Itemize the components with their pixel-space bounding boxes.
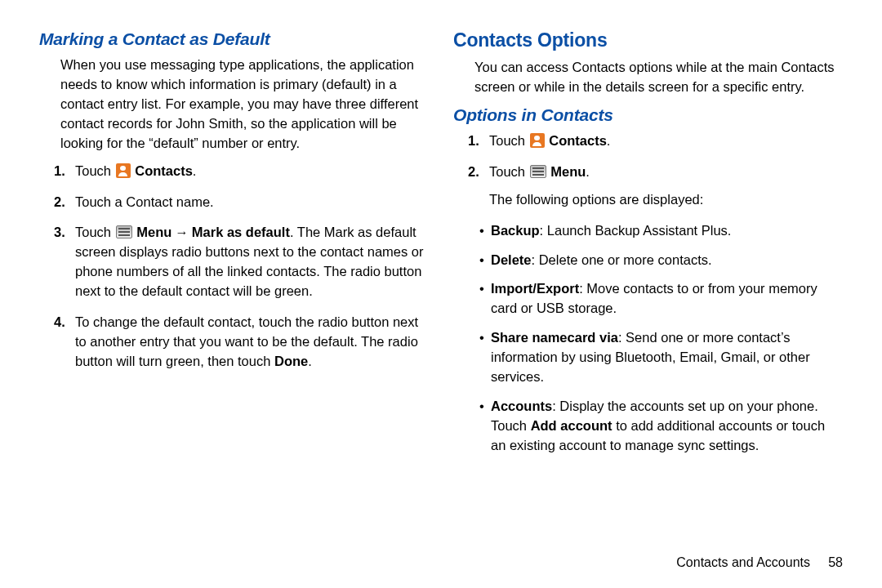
step-4: 4. To change the default contact, touch … (60, 313, 429, 372)
heading-contacts-options: Contacts Options (453, 29, 843, 51)
contacts-icon (116, 163, 131, 178)
text: . (308, 354, 312, 368)
bold-label: Menu (136, 225, 172, 239)
bold-label: Contacts (549, 133, 607, 148)
text: . (193, 163, 197, 178)
right-column: Contacts Options You can access Contacts… (453, 29, 843, 572)
step-3: 3. Touch Menu→Mark as default. The Mark … (60, 223, 429, 301)
text: Touch (75, 163, 115, 178)
bold-label: Menu (550, 164, 586, 179)
step-2: 2. Touch a Contact name. (60, 193, 429, 212)
bold-label: Accounts (491, 399, 552, 413)
text: : Launch Backup Assistant Plus. (540, 223, 732, 238)
arrow-icon: → (175, 223, 189, 243)
bold-label: Share namecard via (491, 330, 618, 345)
page-number: 58 (828, 555, 843, 569)
left-column: Marking a Contact as Default When you us… (39, 29, 429, 572)
step-2: 2. Touch Menu. The following options are… (474, 163, 843, 210)
bold-label: Mark as default (192, 225, 290, 239)
text: . (586, 164, 590, 179)
step-number: 4. (54, 313, 65, 332)
step-1: 1. Touch Contacts. (474, 131, 843, 151)
step-number: 2. (468, 163, 479, 182)
page-footer: Contacts and Accounts 58 (676, 555, 843, 570)
step-number: 1. (468, 131, 479, 151)
bold-label: Add account (531, 418, 612, 433)
bold-label: Delete (491, 252, 532, 267)
bullet-delete: Delete: Delete one or more contacts. (479, 251, 843, 270)
bullet-share-namecard: Share namecard via: Send one or more con… (479, 328, 843, 387)
footer-section: Contacts and Accounts (676, 555, 810, 569)
heading-marking-default: Marking a Contact as Default (39, 29, 429, 49)
contacts-icon (530, 133, 545, 148)
step-number: 1. (54, 162, 65, 181)
bullet-import-export: Import/Export: Move contacts to or from … (479, 279, 843, 318)
text: Touch (75, 225, 115, 239)
steps-right: 1. Touch Contacts. 2. Touch Menu. The fo… (453, 131, 843, 210)
tail-text: The following options are displayed: (489, 190, 843, 210)
bold-label: Done (274, 354, 308, 368)
menu-icon (116, 225, 132, 238)
bold-label: Contacts (135, 163, 193, 178)
heading-options-in-contacts: Options in Contacts (453, 105, 843, 125)
text: Touch (489, 164, 529, 179)
bold-label: Backup (491, 223, 540, 238)
options-bullets: Backup: Launch Backup Assistant Plus. De… (453, 221, 843, 456)
step-number: 3. (54, 223, 65, 243)
intro-paragraph: When you use messaging type applications… (39, 56, 429, 154)
bold-label: Import/Export (491, 281, 579, 296)
intro-paragraph: You can access Contacts options while at… (453, 58, 843, 97)
text: . (607, 133, 611, 148)
text: : Delete one or more contacts. (532, 252, 712, 267)
menu-icon (530, 165, 546, 178)
text: Touch (489, 133, 529, 148)
text: To change the default contact, touch the… (75, 314, 418, 368)
steps-left: 1. Touch Contacts. 2. Touch a Contact na… (39, 162, 429, 372)
step-1: 1. Touch Contacts. (60, 162, 429, 181)
step-number: 2. (54, 193, 65, 212)
text: Touch a Contact name. (75, 194, 214, 209)
bullet-backup: Backup: Launch Backup Assistant Plus. (479, 221, 843, 241)
bullet-accounts: Accounts: Display the accounts set up on… (479, 397, 843, 456)
